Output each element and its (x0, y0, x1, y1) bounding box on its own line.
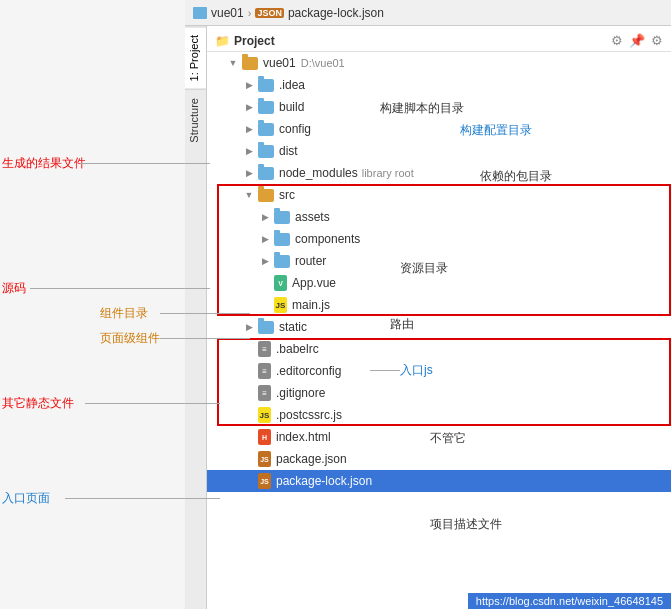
tree-item-config[interactable]: ▶ config (207, 118, 671, 140)
folder-icon-build (258, 101, 274, 114)
json-badge: JSON (255, 8, 284, 18)
tree-item-node-modules[interactable]: ▶ node_modules library root (207, 162, 671, 184)
chevron-idea: ▶ (243, 79, 255, 91)
chevron-dist: ▶ (243, 145, 255, 157)
tab-structure[interactable]: Structure (185, 89, 206, 151)
item-name-vue01: vue01 (263, 56, 296, 70)
chevron-node-modules: ▶ (243, 167, 255, 179)
watermark: https://blog.csdn.net/weixin_46648145 (468, 593, 671, 609)
item-name-components: components (295, 232, 360, 246)
tree-item-app-vue[interactable]: ▶ V App.vue (207, 272, 671, 294)
item-name-index-html: index.html (276, 430, 331, 444)
pin-icon[interactable]: 📌 (629, 33, 645, 48)
generic-icon-babelrc: ≡ (258, 341, 271, 357)
breadcrumb-sep1: › (248, 7, 252, 19)
gear-icon[interactable]: ⚙ (651, 33, 663, 48)
breadcrumb-vue01[interactable]: vue01 (211, 6, 244, 20)
tree-item-editorconfig[interactable]: ▶ ≡ .editorconfig (207, 360, 671, 382)
item-name-build: build (279, 100, 304, 114)
item-name-config: config (279, 122, 311, 136)
folder-icon-assets (274, 211, 290, 224)
item-name-idea: .idea (279, 78, 305, 92)
project-label: Project (234, 34, 275, 48)
item-name-dist: dist (279, 144, 298, 158)
tree-item-gitignore[interactable]: ▶ ≡ .gitignore (207, 382, 671, 404)
json-icon-package: JS (258, 451, 271, 467)
left-annotations (0, 26, 185, 609)
tree-item-dist[interactable]: ▶ dist (207, 140, 671, 162)
tree-item-static[interactable]: ▶ static (207, 316, 671, 338)
chevron-config: ▶ (243, 123, 255, 135)
item-name-assets: assets (295, 210, 330, 224)
vertical-tabs: 1: Project Structure (185, 26, 207, 609)
tree-item-main-js[interactable]: ▶ JS main.js (207, 294, 671, 316)
item-name-editorconfig: .editorconfig (276, 364, 341, 378)
chevron-router: ▶ (259, 255, 271, 267)
item-name-node-modules: node_modules (279, 166, 358, 180)
library-root-badge: library root (362, 167, 414, 179)
js-file-icon-main: JS (274, 297, 287, 313)
vue01-folder-icon (193, 7, 207, 19)
folder-icon-static (258, 321, 274, 334)
chevron-build: ▶ (243, 101, 255, 113)
src-section: ▼ src ▶ assets ▶ components (207, 184, 671, 316)
item-name-gitignore: .gitignore (276, 386, 325, 400)
project-icon: 📁 (215, 34, 230, 48)
folder-icon-node-modules (258, 167, 274, 180)
breadcrumb-file[interactable]: package-lock.json (288, 6, 384, 20)
folder-icon-components (274, 233, 290, 246)
chevron-assets: ▶ (259, 211, 271, 223)
folder-icon-config (258, 123, 274, 136)
item-name-package-lock-json: package-lock.json (276, 474, 372, 488)
chevron-src: ▼ (243, 189, 255, 201)
tree-item-vue01[interactable]: ▼ vue01 D:\vue01 (207, 52, 671, 74)
item-name-src: src (279, 188, 295, 202)
item-name-static: static (279, 320, 307, 334)
json-icon-package-lock: JS (258, 473, 271, 489)
generic-icon-gitignore: ≡ (258, 385, 271, 401)
settings-icon[interactable]: ⚙ (611, 33, 623, 48)
tree-item-package-json[interactable]: ▶ JS package.json (207, 448, 671, 470)
tree-header-title: 📁 Project (215, 34, 275, 48)
tree-item-babelrc[interactable]: ▶ ≡ .babelrc (207, 338, 671, 360)
folder-icon-src (258, 189, 274, 202)
breadcrumb-bar: vue01 › JSON package-lock.json (185, 0, 671, 26)
tree-item-components[interactable]: ▶ components (207, 228, 671, 250)
item-name-postcssrc: .postcssrc.js (276, 408, 342, 422)
main-container: vue01 › JSON package-lock.json 1: Projec… (0, 0, 671, 609)
root-path: D:\vue01 (301, 57, 345, 69)
tree-item-postcssrc[interactable]: ▶ JS .postcssrc.js (207, 404, 671, 426)
chevron-static: ▶ (243, 321, 255, 333)
content-area: 1: Project Structure 📁 Project ⚙ 📌 ⚙ (0, 26, 671, 609)
tree-item-build[interactable]: ▶ build (207, 96, 671, 118)
tree-item-router[interactable]: ▶ router (207, 250, 671, 272)
file-tree[interactable]: 📁 Project ⚙ 📌 ⚙ ▼ vue01 D:\vue01 (207, 26, 671, 609)
item-name-main-js: main.js (292, 298, 330, 312)
tree-item-index-html[interactable]: ▶ H index.html (207, 426, 671, 448)
watermark-text: https://blog.csdn.net/weixin_46648145 (476, 595, 663, 607)
tree-item-src[interactable]: ▼ src (207, 184, 671, 206)
chevron-components: ▶ (259, 233, 271, 245)
folder-icon-router (274, 255, 290, 268)
html-icon-index: H (258, 429, 271, 445)
item-name-router: router (295, 254, 326, 268)
tree-item-package-lock-json[interactable]: ▶ JS package-lock.json (207, 470, 671, 492)
config-section: ▶ ≡ .babelrc ▶ ≡ .editorconfig ▶ ≡ . (207, 338, 671, 426)
item-name-app-vue: App.vue (292, 276, 336, 290)
item-name-babelrc: .babelrc (276, 342, 319, 356)
tab-project[interactable]: 1: Project (185, 26, 206, 89)
js-icon-postcssrc: JS (258, 407, 271, 423)
sidebar-panel: 1: Project Structure 📁 Project ⚙ 📌 ⚙ (185, 26, 671, 609)
item-name-package-json: package.json (276, 452, 347, 466)
folder-icon-idea (258, 79, 274, 92)
tree-header-icons: ⚙ 📌 ⚙ (611, 33, 663, 48)
folder-icon-dist (258, 145, 274, 158)
tree-item-idea[interactable]: ▶ .idea (207, 74, 671, 96)
vue-file-icon: V (274, 275, 287, 291)
folder-icon-vue01 (242, 57, 258, 70)
tree-header: 📁 Project ⚙ 📌 ⚙ (207, 30, 671, 52)
tree-item-assets[interactable]: ▶ assets (207, 206, 671, 228)
generic-icon-editorconfig: ≡ (258, 363, 271, 379)
chevron-vue01: ▼ (227, 57, 239, 69)
